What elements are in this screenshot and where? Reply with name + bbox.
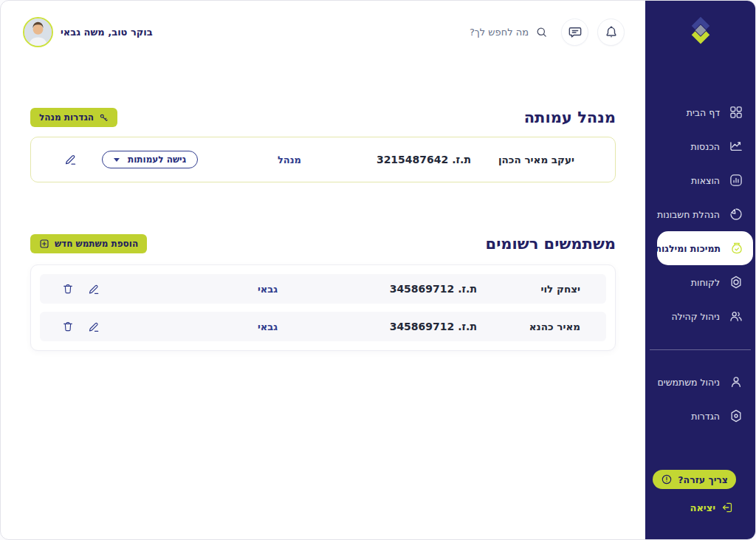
avatar-photo	[24, 18, 52, 46]
accounting-pie-icon	[729, 207, 743, 222]
bell-icon	[604, 25, 619, 40]
manager-id: ת.ז. 3215487642	[301, 154, 471, 165]
caret-down-icon	[114, 158, 120, 162]
greeting-text: בוקר טוב, משה גבאי	[61, 27, 153, 38]
user-icon	[729, 375, 743, 389]
sidebar-item-customers[interactable]: לקוחות	[645, 265, 755, 299]
users-card: יצחק לוי ת.ז. 345869712 גבאי	[30, 264, 616, 351]
edit-manager-button[interactable]	[64, 153, 78, 166]
customers-icon	[729, 275, 743, 290]
dashboard-icon	[729, 105, 743, 120]
association-access-dropdown[interactable]: גישה לעמותות	[102, 151, 198, 168]
sidebar-item-user-management[interactable]: ניהול משתמשים	[645, 365, 755, 399]
main-area: בוקר טוב, משה גבאי מה לחפש לך?	[1, 1, 645, 539]
manager-settings-label: הגדרות מנהל	[39, 112, 94, 123]
user-name: יצחק לוי	[477, 283, 580, 295]
manager-section-head: מנהל עמותה הגדרות מנהל	[30, 108, 616, 127]
manager-section: מנהל עמותה הגדרות מנהל יעקב מאיר הכהן ת.…	[30, 108, 616, 182]
delete-user-button[interactable]	[62, 321, 74, 332]
association-access-label: גישה לעמותות	[128, 154, 186, 165]
key-icon	[99, 113, 109, 123]
sidebar-item-accounting[interactable]: הנהלת חשבונות	[645, 197, 755, 231]
header-actions: מה לחפש לך?	[470, 18, 625, 46]
search-icon	[535, 26, 548, 38]
community-icon	[729, 309, 743, 324]
logout-label: יציאה	[690, 502, 715, 513]
sidebar-item-label: לקוחות	[691, 277, 720, 288]
pencil-icon	[88, 321, 100, 333]
pencil-icon	[88, 283, 100, 295]
chat-icon	[568, 25, 583, 40]
table-row: יצחק לוי ת.ז. 345869712 גבאי	[40, 274, 606, 304]
sidebar-item-settings[interactable]: הגדרות	[645, 399, 755, 433]
sidebar-item-label: דף הבית	[687, 107, 720, 118]
add-user-button[interactable]: הוספת משתמש חדש	[30, 234, 147, 253]
main-header: בוקר טוב, משה גבאי מה לחפש לך?	[1, 1, 645, 47]
sidebar-item-label: תמיכות ומילגות	[655, 243, 721, 254]
trash-icon	[62, 283, 74, 295]
sidebar-item-label: ניהול קהילה	[671, 311, 720, 322]
sidebar-nav: דף הבית הכנסות הוצאות	[645, 95, 755, 333]
sidebar-item-label: הכנסות	[690, 141, 720, 152]
sidebar-item-expenses[interactable]: הוצאות	[645, 163, 755, 197]
user-name: מאיר כהנא	[477, 321, 580, 332]
logout-button[interactable]: יציאה	[690, 501, 735, 514]
sidebar-item-label: ניהול משתמשים	[658, 377, 720, 388]
manager-card: יעקב מאיר הכהן ת.ז. 3215487642 מנהל גישה…	[30, 137, 616, 182]
logout-icon	[721, 501, 735, 514]
sidebar-item-community[interactable]: ניהול קהילה	[645, 299, 755, 333]
sidebar-item-income[interactable]: הכנסות	[645, 129, 755, 163]
users-section-head: משתמשים רשומים הוספת משתמש חדש	[30, 234, 616, 253]
sidebar-item-support-grants[interactable]: תמיכות ומילגות	[657, 231, 753, 265]
app-logo[interactable]	[685, 13, 716, 48]
app-window: בוקר טוב, משה גבאי מה לחפש לך?	[0, 0, 756, 540]
expenses-bars-icon	[729, 173, 743, 188]
sidebar-item-label: הגדרות	[691, 411, 720, 422]
logo-icon	[685, 13, 716, 48]
main-content: מנהל עמותה הגדרות מנהל יעקב מאיר הכהן ת.…	[1, 108, 645, 351]
help-button[interactable]: צריך עזרה?	[653, 470, 736, 489]
chat-button[interactable]	[561, 18, 588, 46]
delete-user-button[interactable]	[62, 283, 74, 295]
help-button-label: צריך עזרה?	[678, 474, 728, 485]
manager-role: מנהל	[198, 154, 301, 165]
row-actions	[62, 321, 100, 333]
money-bag-icon	[729, 241, 744, 256]
user-group: בוקר טוב, משה גבאי	[23, 17, 153, 47]
user-role: גבאי	[174, 321, 278, 332]
search-placeholder: מה לחפש לך?	[470, 27, 529, 38]
notifications-button[interactable]	[597, 18, 625, 46]
manager-name: יעקב מאיר הכהן	[471, 154, 574, 165]
income-chart-icon	[729, 139, 743, 154]
edit-user-button[interactable]	[88, 283, 100, 295]
add-user-label: הוספת משתמש חדש	[55, 239, 138, 249]
settings-icon	[729, 409, 743, 423]
pencil-icon	[64, 153, 78, 166]
edit-user-button[interactable]	[88, 321, 100, 333]
sidebar-item-label: הנהלת חשבונות	[657, 209, 720, 220]
trash-icon	[62, 321, 74, 332]
user-role: גבאי	[174, 284, 278, 295]
sidebar-secondary-nav: ניהול משתמשים הגדרות	[645, 365, 755, 433]
users-section: משתמשים רשומים הוספת משתמש חדש יצחק לוי	[30, 234, 616, 351]
sidebar-divider	[650, 349, 751, 350]
user-id: ת.ז. 345869712	[278, 321, 477, 332]
user-id: ת.ז. 345869712	[278, 283, 477, 295]
avatar[interactable]	[23, 17, 53, 47]
sidebar-item-home[interactable]: דף הבית	[645, 95, 755, 129]
users-section-title: משתמשים רשומים	[486, 235, 616, 253]
manager-section-title: מנהל עמותה	[524, 109, 616, 126]
search-input[interactable]: מה לחפש לך?	[470, 26, 548, 38]
row-actions	[62, 283, 100, 295]
sidebar-item-label: הוצאות	[691, 175, 720, 186]
table-row: מאיר כהנא ת.ז. 345869712 גבאי	[40, 312, 606, 341]
manager-settings-button[interactable]: הגדרות מנהל	[30, 108, 117, 127]
sidebar: דף הבית הכנסות הוצאות	[645, 1, 755, 539]
plus-square-icon	[39, 239, 49, 249]
info-icon	[661, 474, 673, 485]
